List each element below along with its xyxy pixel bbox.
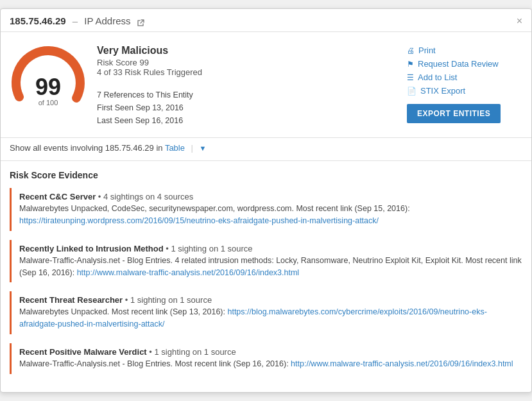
meta-info: 7 References to This Entity First Seen S… (97, 86, 407, 127)
evidence-link[interactable]: https://blog.malwarebytes.com/cybercrime… (19, 307, 487, 328)
evidence-item-desc: Malwarebytes Unpacked. Most recent link … (19, 306, 522, 330)
evidence-section: Risk Score Evidence Recent C&C Server • … (1, 160, 531, 391)
evidence-link[interactable]: http://www.malware-traffic-analysis.net/… (291, 359, 513, 368)
evidence-item-desc: Malware-Traffic-Analysis.net - Blog Entr… (19, 358, 522, 370)
doc-icon: 📄 (407, 87, 416, 96)
info-column: Very Malicious Risk Score 99 4 of 33 Ris… (97, 42, 407, 127)
evidence-item: Recently Linked to Intrusion Method • 1 … (10, 240, 522, 283)
request-review-link[interactable]: ⚑ Request Data Review (407, 58, 499, 69)
rules-triggered: 4 of 33 Risk Rules Triggered (97, 67, 407, 77)
gauge-score: 99 of 100 (35, 76, 61, 107)
evidence-item: Recent C&C Server • 4 sightings on 4 sou… (10, 188, 522, 231)
score-of-100: of 100 (35, 99, 61, 107)
close-button[interactable]: × (517, 16, 522, 26)
evidence-item: Recent Threat Researcher • 1 sighting on… (10, 291, 522, 334)
evidence-list: Recent C&C Server • 4 sightings on 4 sou… (10, 188, 522, 373)
flag-icon: ⚑ (407, 60, 414, 69)
add-to-list-link[interactable]: ☰ Add to List (407, 72, 457, 83)
evidence-item-desc: Malwarebytes Unpacked, CodeSec, security… (19, 203, 522, 227)
export-entities-button[interactable]: EXPORT ENTITIES (407, 104, 501, 123)
table-link[interactable]: Table (165, 143, 185, 153)
ip-address: 185.75.46.29 (10, 15, 66, 26)
evidence-link[interactable]: http://www.malware-traffic-analysis.net/… (77, 268, 299, 277)
gauge-area: 99 of 100 Very Malicious Risk Score 99 4… (10, 42, 407, 127)
score-label: Very Malicious (97, 45, 407, 56)
pipe-separator: | (191, 143, 193, 153)
evidence-link[interactable]: https://tirateunping.wordpress.com/2016/… (19, 216, 379, 225)
panel-header: 185.75.46.29 – IP Address × (1, 9, 531, 32)
evidence-title: Risk Score Evidence (10, 170, 522, 180)
entity-type: IP Address (84, 15, 130, 26)
references-count: 7 References to This Entity (97, 89, 407, 101)
evidence-item: Recent Positive Malware Verdict • 1 sigh… (10, 343, 522, 374)
score-number: 99 (35, 76, 61, 99)
list-icon: ☰ (407, 73, 414, 82)
gauge-container: 99 of 100 (10, 42, 87, 113)
stix-export-link[interactable]: 📄 STIX Export (407, 85, 465, 96)
show-events-text: Show all events involving 185.75.46.29 i… (10, 143, 163, 153)
top-section: 99 of 100 Very Malicious Risk Score 99 4… (1, 32, 531, 138)
evidence-item-title: Recent Positive Malware Verdict • 1 sigh… (19, 347, 522, 357)
print-link[interactable]: 🖨 Print (407, 45, 436, 56)
dropdown-arrow-icon[interactable]: ▼ (200, 144, 207, 152)
actions-sidebar: 🖨 Print ⚑ Request Data Review ☰ Add to L… (407, 42, 522, 127)
score-info: Very Malicious Risk Score 99 4 of 33 Ris… (97, 42, 407, 77)
evidence-item-title: Recent Threat Researcher • 1 sighting on… (19, 295, 522, 305)
title-separator: – (73, 15, 78, 26)
risk-score-text: Risk Score 99 (97, 58, 407, 67)
last-seen: Last Seen Sep 16, 2016 (97, 114, 407, 127)
main-panel: 185.75.46.29 – IP Address × (0, 8, 532, 392)
evidence-item-desc: Malware-Traffic-Analysis.net - Blog Entr… (19, 255, 522, 279)
first-seen: First Seen Sep 13, 2016 (97, 101, 407, 114)
external-link-icon[interactable] (137, 18, 144, 26)
print-icon: 🖨 (407, 46, 415, 55)
show-events-row: Show all events involving 185.75.46.29 i… (1, 138, 531, 160)
evidence-item-title: Recent C&C Server • 4 sightings on 4 sou… (19, 192, 522, 201)
evidence-item-title: Recently Linked to Intrusion Method • 1 … (19, 244, 522, 253)
panel-title: 185.75.46.29 – IP Address (10, 15, 144, 26)
